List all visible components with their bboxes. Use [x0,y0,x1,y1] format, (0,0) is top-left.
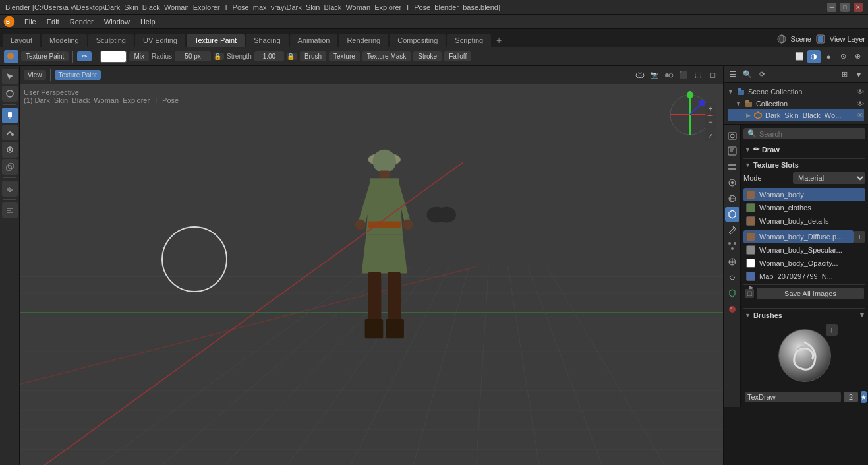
viewport-gizmos-toggle[interactable]: ⊕ [851,50,864,63]
texture-paint-mode-label[interactable]: Texture Paint [21,51,69,61]
output-props-icon[interactable] [725,144,739,158]
annotate-tool[interactable] [2,86,18,102]
falloff-selector[interactable]: Falloff [444,51,471,61]
vp-overlay-icon[interactable] [633,69,647,82]
vp-shading-icon[interactable] [662,69,676,82]
minimize-button[interactable]: ─ [827,3,836,12]
tex-sub-item-map[interactable]: Map_2070297799_N... [743,270,865,283]
navigation-gizmo[interactable]: Z X + − ⤢ [664,88,716,141]
tex-sub-item-specular[interactable]: Woman_body_Specular... [743,243,865,257]
add-texture-btn[interactable]: + [854,231,865,243]
brush-name-input[interactable] [745,392,841,402]
grab-tool[interactable] [2,181,18,197]
outliner-filter-icon[interactable]: ☰ [726,68,739,81]
viewport-view-btn[interactable]: View [24,70,46,80]
mesh-item[interactable]: ▶ Dark_Skin_Black_Wo... 👁 [728,109,864,121]
scene-props-icon[interactable] [725,175,739,190]
particles-props-icon[interactable] [725,239,739,253]
tab-rendering[interactable]: Rendering [339,34,388,47]
smear-tool[interactable] [2,142,18,158]
tab-uv-editing[interactable]: UV Editing [135,34,185,47]
fit-view-btn[interactable]: ⤢ [705,129,716,141]
misc-tool[interactable] [2,202,18,218]
viewport-shading-solid[interactable]: ⬜ [793,50,806,63]
tex-sub-item-diffuse[interactable]: Woman_body_Diffuse.p... [743,230,854,243]
brush-favorite-btn[interactable]: ★ [861,391,867,403]
vp-toggle3[interactable]: ⬚ [691,69,705,82]
vp-toggle4[interactable]: ◻ [706,69,719,82]
close-button[interactable]: ✕ [854,3,863,12]
viewport-overlays-toggle[interactable]: ⊙ [836,50,850,63]
strength-lock[interactable]: 🔒 [287,53,297,60]
menu-render[interactable]: Render [65,16,98,27]
tab-sculpting[interactable]: Sculpting [88,34,134,47]
stroke-selector[interactable]: Stroke [413,51,442,61]
zoom-in-btn[interactable]: + [705,103,716,115]
menu-file[interactable]: File [20,16,41,27]
draw-tool-btn[interactable]: ✏ [77,51,92,61]
radius-input[interactable] [175,51,211,61]
clone-tool[interactable] [2,159,18,175]
mesh-visibility[interactable]: 👁 [857,111,864,119]
maximize-button[interactable]: □ [840,3,850,12]
texture-selector[interactable]: Texture [329,51,360,61]
window-controls[interactable]: ─ □ ✕ [827,3,863,12]
brush-preview[interactable] [778,329,831,382]
viewport-canvas[interactable]: User Perspective (1) Dark_Skin_Black_Wom… [20,84,723,465]
draw-brush-tool[interactable] [2,108,18,123]
brush-selector[interactable]: Brush [300,51,326,61]
render-props-icon[interactable] [725,128,739,142]
modifier-props-icon[interactable] [725,223,739,237]
vp-camera-icon[interactable]: 📷 [648,69,661,82]
viewport-shading-rendered[interactable]: ● [822,50,835,63]
mode-selector[interactable] [4,50,18,63]
save-checkbox[interactable]: ☐ [745,289,754,298]
tex-item-woman-body-details[interactable]: Woman_body_details [743,214,865,228]
blend-mode-selector[interactable]: Mix [129,51,149,61]
outliner-sync-icon[interactable]: ⟳ [755,68,768,81]
tab-scripting[interactable]: Scripting [447,34,491,47]
collection-visibility[interactable]: 👁 [857,100,864,108]
collection-item[interactable]: ▼ Collection 👁 [728,98,864,109]
mode-dropdown[interactable]: Material Single Image [793,172,865,184]
radius-lock[interactable]: 🔒 [214,53,224,60]
outliner-view-icon[interactable]: ⊞ [838,68,851,81]
scene-label[interactable]: Scene [791,35,811,43]
tab-texture-paint[interactable]: Texture Paint [187,34,245,47]
strength-input[interactable] [254,51,284,61]
tex-sub-item-opacity[interactable]: Woman_body_Opacity... [743,257,865,270]
vp-display-icon[interactable]: ⬛ [677,69,690,82]
menu-help[interactable]: Help [136,16,160,27]
tab-modeling[interactable]: Modeling [42,34,87,47]
tab-shading[interactable]: Shading [246,34,288,47]
menu-edit[interactable]: Edit [42,16,64,27]
texture-mask-selector[interactable]: Texture Mask [362,51,411,61]
props-search-input[interactable] [759,130,861,138]
tex-item-woman-body[interactable]: Woman_body [743,188,865,201]
data-props-icon[interactable] [725,286,739,301]
scene-coll-eye[interactable]: 👁 [857,88,864,96]
view-layer-label[interactable]: View Layer [830,35,865,43]
world-props-icon[interactable] [725,191,739,206]
object-props-icon[interactable] [725,207,739,222]
viewport-shading-material[interactable]: ◑ [807,50,821,63]
menu-window[interactable]: Window [100,16,134,27]
tab-animation[interactable]: Animation [290,34,338,47]
viewport-mode-label[interactable]: Texture Paint [55,70,101,80]
select-tool[interactable] [2,69,18,84]
save-all-images-btn[interactable]: Save All Images [757,288,864,299]
brush-expand-btn[interactable]: ▾ [860,311,864,319]
add-workspace-button[interactable]: + [492,34,506,47]
view-layer-props-icon[interactable] [725,160,739,174]
fill-tool[interactable] [2,125,18,140]
color-swatch[interactable] [100,51,127,63]
tab-layout[interactable]: Layout [3,34,40,47]
tab-compositing[interactable]: Compositing [390,34,446,47]
material-props-icon[interactable] [725,302,739,317]
physics-props-icon[interactable] [725,255,739,269]
brush-add-btn[interactable]: ↓ [826,324,838,336]
zoom-out-btn[interactable]: − [705,116,716,128]
outliner-filter2-icon[interactable]: ▼ [852,68,865,81]
viewport[interactable]: View Texture Paint 📷 ⬛ [20,66,723,465]
tex-item-woman-clothes[interactable]: Woman_clothes [743,201,865,214]
